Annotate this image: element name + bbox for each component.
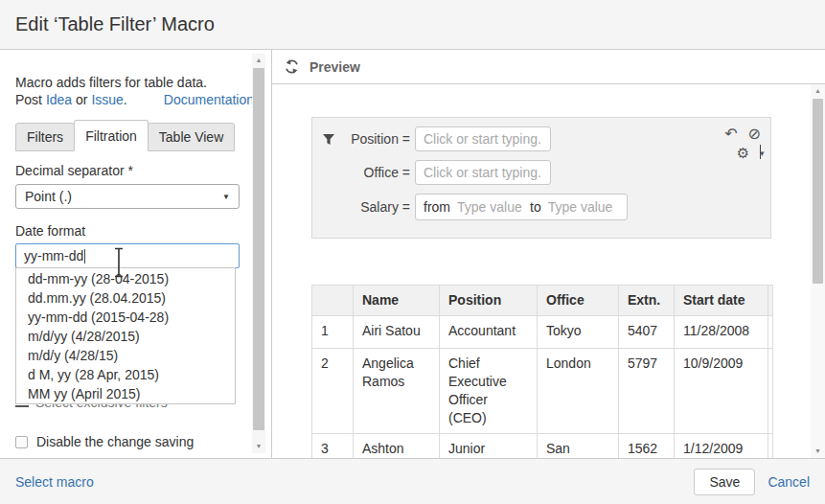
dialog-header: Edit ‘Table Filter’ Macro <box>0 0 825 50</box>
date-format-option[interactable]: m/d/y (4/28/15) <box>16 346 235 365</box>
table-header-cell: Office <box>538 286 619 316</box>
table-cell: Ashton Cox <box>354 434 440 459</box>
position-filter-label: Position = <box>339 131 410 147</box>
office-filter-input[interactable] <box>415 160 551 185</box>
scroll-up-icon[interactable]: ▲ <box>252 56 265 65</box>
cancel-link[interactable]: Cancel <box>768 474 810 490</box>
macro-description-line2: Post Idea or Issue. Documentation <box>15 91 256 108</box>
preview-title: Preview <box>309 59 360 75</box>
table-cell: Accountant <box>440 316 538 349</box>
row-index-cell: 3 <box>312 434 354 459</box>
date-format-option[interactable]: yy-mm-dd (2015-04-28) <box>16 308 235 327</box>
position-filter-input[interactable] <box>415 126 551 151</box>
salary-to-label: to <box>530 199 541 215</box>
filter-box: Position = Office = Salary = from <box>311 117 771 239</box>
table-header-cell: Name <box>354 286 440 316</box>
gear-icon[interactable]: ⚙ <box>737 145 749 161</box>
salary-range-box: from to <box>415 194 628 220</box>
table-cell: San Francisco <box>538 434 619 459</box>
post-links-text: Post Idea or Issue. <box>15 91 127 108</box>
date-format-label: Date format <box>15 223 256 240</box>
tab-filters[interactable]: Filters <box>15 123 75 151</box>
preview-scrollbar-thumb[interactable] <box>813 99 823 284</box>
period-text: . <box>124 92 127 107</box>
office-filter-label: Office = <box>339 165 410 180</box>
save-button[interactable]: Save <box>694 469 755 495</box>
salary-to-input[interactable] <box>548 199 619 215</box>
table-row: 2Angelica RamosChief Executive Officer (… <box>312 349 773 434</box>
macro-settings-panel: Macro adds filters for table data. Post … <box>0 50 272 458</box>
idea-link[interactable]: Idea <box>46 92 72 107</box>
tab-table-view[interactable]: Table View <box>148 123 235 151</box>
date-format-field: yy-mm-dd dd-mm-yy (28-04-2015)dd.mm.yy (… <box>15 243 240 268</box>
issue-link[interactable]: Issue <box>91 92 123 107</box>
row-index-cell: 2 <box>312 349 354 434</box>
or-text: or <box>76 92 87 107</box>
table-cell-partial <box>768 349 773 434</box>
scroll-down-icon[interactable]: ▼ <box>252 442 265 451</box>
row-index-cell: 1 <box>312 316 354 349</box>
preview-scrollbar[interactable]: ▲ ▼ <box>811 84 825 458</box>
table-cell: 5797 <box>619 349 675 434</box>
table-cell: 10/9/2009 <box>675 349 768 434</box>
date-format-input[interactable]: yy-mm-dd <box>15 243 240 268</box>
position-filter-row: Position = <box>322 126 761 151</box>
refresh-icon[interactable] <box>284 58 300 75</box>
filter-funnel-icon <box>322 133 339 146</box>
office-filter-row: Office = <box>322 160 761 185</box>
decimal-separator-label: Decimal separator * <box>15 163 256 179</box>
dialog-title: Edit ‘Table Filter’ Macro <box>15 13 215 35</box>
table-cell-partial <box>768 434 773 459</box>
preview-panel: Preview Position = Office = <box>272 50 825 458</box>
preview-body: Position = Office = Salary = from <box>272 85 811 458</box>
sidebar-scrollbar[interactable]: ▲ ▼ <box>252 54 265 453</box>
preview-table-head: NamePositionOfficeExtn.Start date <box>312 286 773 316</box>
salary-from-label: from <box>424 199 450 215</box>
text-caret <box>84 249 85 263</box>
table-header-cell <box>312 286 354 316</box>
table-cell: 11/28/2008 <box>675 316 768 349</box>
table-cell: 1562 <box>619 434 675 459</box>
disable-change-saving-checkbox[interactable] <box>15 436 28 448</box>
disable-change-saving-row: Disable the change saving <box>15 434 256 449</box>
table-row: 1Airi SatouAccountantTokyo540711/28/2008 <box>312 316 773 349</box>
clear-filters-icon[interactable]: ⊘ <box>748 126 761 142</box>
table-cell: Junior Technical <box>440 434 538 459</box>
date-format-option[interactable]: MM yy (April 2015) <box>16 384 235 403</box>
salary-filter-row: Salary = from to <box>322 194 761 220</box>
decimal-separator-select[interactable]: Point (.) ▼ <box>15 184 240 209</box>
date-format-value: yy-mm-dd <box>24 248 83 263</box>
undo-icon[interactable]: ↶ <box>724 126 737 142</box>
date-format-option[interactable]: d M, yy (28 Apr, 2015) <box>16 365 235 384</box>
table-header-cell-partial <box>768 286 773 316</box>
date-format-option[interactable]: dd-mm-yy (28-04-2015) <box>16 269 235 288</box>
scroll-down-icon[interactable]: ▼ <box>811 447 825 456</box>
gear-caret-icon[interactable]: ▾ <box>760 145 761 159</box>
table-header-cell: Start date <box>675 286 768 316</box>
select-macro-link[interactable]: Select macro <box>15 474 94 490</box>
date-format-option[interactable]: m/d/yy (4/28/2015) <box>16 327 235 346</box>
macro-description-line1: Macro adds filters for table data. <box>15 74 256 91</box>
salary-filter-label: Salary = <box>339 199 410 215</box>
disable-change-saving-label: Disable the change saving <box>36 434 194 449</box>
table-cell-partial <box>768 316 773 349</box>
table-cell: Angelica Ramos <box>354 349 440 434</box>
post-text: Post <box>15 92 42 107</box>
salary-from-input[interactable] <box>457 199 528 215</box>
preview-table: NamePositionOfficeExtn.Start date 1Airi … <box>311 285 773 458</box>
table-cell: Tokyo <box>538 316 619 349</box>
chevron-down-icon: ▼ <box>222 193 230 201</box>
table-cell: 5407 <box>619 316 675 349</box>
scroll-up-icon[interactable]: ▲ <box>811 86 825 96</box>
sidebar-scrollbar-thumb[interactable] <box>253 68 264 430</box>
table-header-cell: Position <box>440 286 538 316</box>
table-cell: London <box>538 349 619 434</box>
documentation-link[interactable]: Documentation <box>164 91 254 108</box>
date-format-dropdown: dd-mm-yy (28-04-2015)dd.mm.yy (28.04.201… <box>15 267 236 404</box>
table-row: 3Ashton CoxJunior TechnicalSan Francisco… <box>312 434 773 459</box>
edit-table-filter-macro-dialog: Edit ‘Table Filter’ Macro Macro adds fil… <box>0 0 825 504</box>
table-header-cell: Extn. <box>619 286 675 316</box>
tab-filtration[interactable]: Filtration <box>74 120 149 151</box>
preview-header: Preview <box>272 50 825 84</box>
date-format-option[interactable]: dd.mm.yy (28.04.2015) <box>16 288 235 308</box>
